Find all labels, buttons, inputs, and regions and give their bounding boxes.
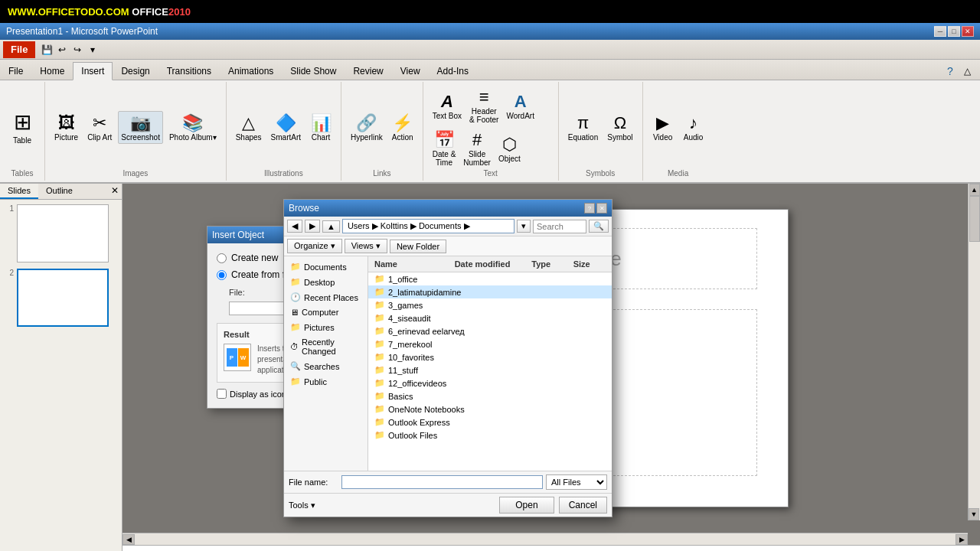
- col-date-modified[interactable]: Date modified: [452, 258, 529, 270]
- file-item-6eri[interactable]: 📁6_erinevad eelarvед: [368, 324, 612, 337]
- sidebar-desktop[interactable]: 📁 Desktop: [286, 275, 366, 289]
- minimize-button[interactable]: ─: [934, 26, 946, 37]
- scroll-left-btn[interactable]: ◀: [122, 534, 135, 545]
- create-from-file-input[interactable]: [217, 270, 227, 280]
- filetype-select[interactable]: All Files: [546, 474, 607, 490]
- screenshot-button[interactable]: 📷 Screenshot: [118, 111, 163, 144]
- file-item-4sise[interactable]: 📁4_siseaudit: [368, 311, 612, 324]
- create-new-input[interactable]: [217, 253, 227, 263]
- search-btn[interactable]: 🔍: [589, 220, 609, 233]
- slide-preview-1[interactable]: [17, 204, 109, 262]
- wordart-button[interactable]: A WordArt: [503, 90, 537, 122]
- file-item-10fav[interactable]: 📁10_favorites: [368, 350, 612, 364]
- slide-thumb-1[interactable]: 1: [5, 204, 117, 262]
- tab-slides[interactable]: Slides: [0, 184, 38, 199]
- nav-forward-btn[interactable]: ▶: [305, 220, 320, 233]
- audio-button[interactable]: ♪ Audio: [680, 111, 707, 144]
- tab-file[interactable]: File: [0, 62, 31, 80]
- display-as-icon-checkbox[interactable]: [217, 389, 227, 399]
- new-folder-btn[interactable]: New Folder: [390, 240, 446, 253]
- sidebar-recent-places[interactable]: 🕐 Recent Places: [286, 290, 366, 305]
- tab-review[interactable]: Review: [345, 62, 391, 80]
- office-button[interactable]: File: [3, 41, 35, 58]
- picture-button[interactable]: 🖼 Picture: [51, 111, 81, 144]
- scroll-thumb-v[interactable]: [969, 196, 980, 242]
- object-button[interactable]: ⬡ Object: [495, 132, 524, 165]
- photo-album-button[interactable]: 📚 Photo Album▾: [166, 111, 220, 144]
- file-item-outlook-files[interactable]: 📁Outlook Files: [368, 429, 612, 442]
- sidebar-public[interactable]: 📁 Public: [286, 374, 366, 389]
- browse-tools-btn[interactable]: Tools ▾: [289, 500, 315, 510]
- equation-button[interactable]: π Equation: [565, 111, 601, 144]
- scroll-down-btn[interactable]: ▼: [969, 508, 979, 520]
- hyperlink-button[interactable]: 🔗 Hyperlink: [348, 111, 386, 144]
- quick-access-dropdown[interactable]: ▾: [86, 43, 100, 57]
- filename-input[interactable]: [341, 475, 543, 489]
- sidebar-searches[interactable]: 🔍 Searches: [286, 359, 366, 373]
- nav-up-btn[interactable]: ▲: [322, 220, 340, 233]
- date-time-button[interactable]: 📅 Date &Time: [430, 128, 459, 169]
- quick-access-redo[interactable]: ↪: [70, 43, 84, 57]
- col-name[interactable]: Name: [368, 258, 452, 270]
- chart-button[interactable]: 📊 Chart: [307, 111, 335, 144]
- organize-btn[interactable]: Organize ▾: [287, 239, 342, 253]
- horizontal-scrollbar[interactable]: ◀ ▶: [122, 533, 968, 545]
- notes-area[interactable]: Click to add notes: [122, 545, 980, 551]
- text-box-button[interactable]: A Text Box: [430, 90, 465, 122]
- close-button[interactable]: ✕: [962, 26, 974, 37]
- browse-cancel-button[interactable]: Cancel: [559, 497, 607, 514]
- video-button[interactable]: ▶ Video: [649, 111, 677, 144]
- browse-help-btn[interactable]: ?: [584, 203, 595, 214]
- col-size[interactable]: Size: [570, 258, 612, 270]
- tab-animations[interactable]: Animations: [220, 62, 282, 80]
- table-button[interactable]: ⊞ Table: [6, 108, 38, 147]
- scroll-right-btn[interactable]: ▶: [956, 534, 968, 545]
- slide-number-button[interactable]: # SlideNumber: [460, 128, 494, 169]
- action-button[interactable]: ⚡ Action: [389, 111, 416, 144]
- col-type[interactable]: Type: [528, 258, 570, 270]
- tab-view[interactable]: View: [392, 62, 429, 80]
- file-item-basics[interactable]: 📁Basics: [368, 390, 612, 403]
- symbol-button[interactable]: Ω Symbol: [604, 111, 635, 144]
- browse-close-btn[interactable]: ✕: [596, 203, 607, 214]
- file-item-outlook-express[interactable]: 📁Outlook Express: [368, 416, 612, 429]
- file-item-onenote[interactable]: 📁OneNote Notebooks: [368, 403, 612, 416]
- browse-open-button[interactable]: Open: [499, 497, 554, 514]
- sidebar-pictures[interactable]: 📁 Pictures: [286, 320, 366, 334]
- ribbon-collapse-btn[interactable]: △: [960, 64, 974, 78]
- maximize-button[interactable]: □: [948, 26, 960, 37]
- tab-design[interactable]: Design: [113, 62, 158, 80]
- header-footer-button[interactable]: ≡ Header& Footer: [466, 85, 501, 126]
- tab-transitions[interactable]: Transitions: [158, 62, 220, 80]
- display-as-icon-label[interactable]: Display as icon: [230, 390, 286, 399]
- quick-access-save[interactable]: 💾: [40, 43, 54, 57]
- file-item-11stuff[interactable]: 📁11_stuff: [368, 364, 612, 377]
- tab-add-ins[interactable]: Add-Ins: [429, 62, 477, 80]
- tab-home[interactable]: Home: [31, 62, 73, 80]
- sidebar-recently-changed[interactable]: ⏱ Recently Changed: [286, 335, 366, 358]
- file-item-1office[interactable]: 📁1_office: [368, 272, 612, 285]
- sidebar-computer[interactable]: 🖥 Computer: [286, 305, 366, 319]
- nav-back-btn[interactable]: ◀: [287, 220, 302, 233]
- browse-breadcrumb[interactable]: Users ▶ Kolttins ▶ Documents ▶: [342, 219, 514, 233]
- slide-panel-close-button[interactable]: ✕: [108, 184, 122, 199]
- tab-outline[interactable]: Outline: [38, 184, 80, 199]
- file-item-2lat[interactable]: 📁2_latimatupidamine: [368, 285, 612, 298]
- sidebar-documents[interactable]: 📁 Documents: [286, 259, 366, 274]
- file-item-12off[interactable]: 📁12_officevideos: [368, 377, 612, 390]
- quick-access-undo[interactable]: ↩: [55, 43, 69, 57]
- file-item-3games[interactable]: 📁3_games: [368, 298, 612, 311]
- slide-preview-2[interactable]: [17, 269, 109, 327]
- clip-art-button[interactable]: ✂ Clip Art: [84, 111, 115, 144]
- vertical-scrollbar[interactable]: ▲ ▼: [968, 184, 980, 520]
- file-item-7mere[interactable]: 📁7_merekool: [368, 337, 612, 350]
- shapes-button[interactable]: △ Shapes: [233, 111, 265, 144]
- breadcrumb-dropdown-btn[interactable]: ▾: [517, 220, 531, 233]
- smartart-button[interactable]: 🔷 SmartArt: [268, 111, 304, 144]
- views-btn[interactable]: Views ▾: [345, 239, 387, 253]
- browse-search-input[interactable]: [533, 220, 586, 233]
- tab-slide-show[interactable]: Slide Show: [282, 62, 345, 80]
- slide-thumb-2[interactable]: 2: [5, 269, 117, 327]
- scroll-up-btn[interactable]: ▲: [969, 184, 980, 196]
- tab-insert[interactable]: Insert: [73, 62, 113, 80]
